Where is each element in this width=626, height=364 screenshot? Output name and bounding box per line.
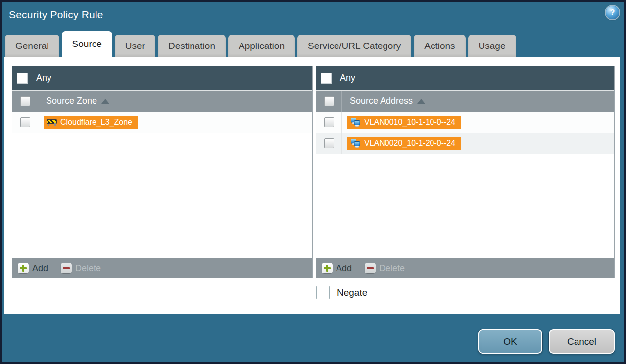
tab-usage[interactable]: Usage (468, 35, 516, 57)
source-address-item-label: VLAN0010_10-1-10-0--24 (364, 118, 455, 127)
security-policy-rule-dialog: Security Policy Rule ? General Source Us… (0, 0, 626, 364)
source-zone-any-label: Any (36, 73, 51, 83)
source-zone-delete-button[interactable]: Delete (61, 263, 101, 273)
source-tab-content: Any Source Zone Cloudflare_L3_Zone (4, 57, 620, 314)
source-address-list: VLAN0010_10-1-10-0--24 VLAN (316, 112, 614, 258)
minus-icon (365, 263, 376, 273)
source-address-row: VLAN0010_10-1-10-0--24 (316, 112, 614, 133)
source-zone-any-header: Any (12, 66, 312, 90)
source-zone-row: Cloudflare_L3_Zone (12, 112, 312, 133)
source-address-footer: Add Delete (316, 258, 614, 278)
source-address-any-header: Any (316, 66, 614, 90)
negate-row: Negate (316, 286, 367, 299)
negate-checkbox[interactable] (316, 286, 330, 299)
dialog-title: Security Policy Rule (9, 9, 103, 21)
source-zone-select-all-checkbox[interactable] (20, 96, 30, 106)
source-address-item[interactable]: VLAN0010_10-1-10-0--24 (347, 116, 461, 129)
help-icon[interactable]: ? (606, 6, 619, 19)
sort-ascending-icon[interactable] (101, 99, 109, 104)
negate-label: Negate (337, 287, 367, 298)
tab-actions[interactable]: Actions (414, 35, 465, 57)
zone-icon (47, 119, 57, 126)
source-zone-item[interactable]: Cloudflare_L3_Zone (44, 116, 138, 129)
tab-source[interactable]: Source (62, 31, 112, 57)
source-address-row: VLAN0020_10-1-20-0--24 (316, 133, 614, 154)
source-zone-panel: Any Source Zone Cloudflare_L3_Zone (12, 66, 313, 278)
dialog-window: Security Policy Rule ? General Source Us… (2, 2, 624, 362)
source-zone-row-checkbox[interactable] (20, 117, 30, 127)
source-address-panel: Any Source Address (316, 66, 615, 278)
plus-icon (322, 263, 333, 273)
source-address-row-checkbox[interactable] (324, 117, 334, 127)
tab-user[interactable]: User (115, 35, 155, 57)
source-zone-list: Cloudflare_L3_Zone (12, 112, 312, 258)
source-address-column-header: Source Address (316, 90, 614, 112)
tab-bar: General Source User Destination Applicat… (5, 31, 516, 57)
source-address-select-all-checkbox[interactable] (324, 96, 334, 106)
cancel-button[interactable]: Cancel (549, 329, 615, 354)
address-icon (350, 118, 361, 127)
source-address-column-title[interactable]: Source Address (350, 96, 413, 106)
tab-destination[interactable]: Destination (158, 35, 226, 57)
source-address-add-button[interactable]: Add (322, 263, 352, 273)
tab-application[interactable]: Application (228, 35, 295, 57)
plus-icon (18, 263, 29, 273)
source-address-delete-button[interactable]: Delete (365, 263, 405, 273)
source-address-item-label: VLAN0020_10-1-20-0--24 (364, 139, 455, 148)
source-zone-add-button[interactable]: Add (18, 263, 48, 273)
source-address-any-checkbox[interactable] (321, 73, 332, 84)
ok-button[interactable]: OK (478, 329, 542, 354)
source-zone-footer: Add Delete (12, 258, 312, 278)
tab-service-url-category[interactable]: Service/URL Category (297, 35, 411, 57)
sort-ascending-icon[interactable] (417, 99, 425, 104)
address-icon (350, 139, 361, 148)
source-zone-column-header: Source Zone (12, 90, 312, 112)
minus-icon (61, 263, 72, 273)
source-zone-column-title[interactable]: Source Zone (46, 96, 97, 106)
source-address-row-checkbox[interactable] (324, 138, 334, 148)
source-address-any-label: Any (340, 73, 355, 83)
tab-general[interactable]: General (5, 35, 59, 57)
source-zone-any-checkbox[interactable] (17, 73, 28, 84)
source-address-item[interactable]: VLAN0020_10-1-20-0--24 (347, 137, 461, 150)
source-zone-item-label: Cloudflare_L3_Zone (60, 118, 132, 127)
